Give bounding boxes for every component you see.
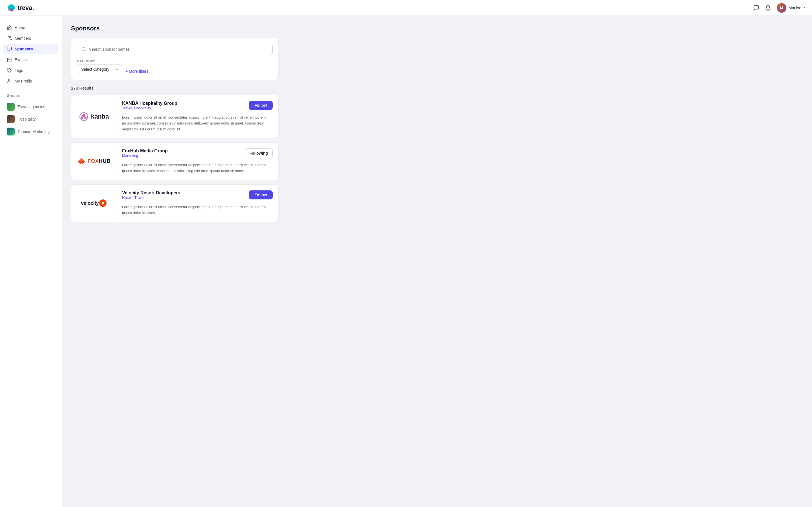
profile-icon (7, 78, 12, 83)
topnav: treva. M Marilyn ▾ (0, 0, 812, 16)
sponsor-name: KANBA Hospitality Group (122, 101, 177, 106)
foxhub-fox-icon (77, 157, 86, 166)
sidebar-item-sponsors[interactable]: Sponsors (3, 44, 58, 54)
sponsor-desc-foxhub: Lorem ipsum dolor sit amet, consectetur … (122, 162, 273, 174)
sponsor-tags: Marketing (122, 154, 168, 158)
groups-label: Groups (3, 92, 58, 100)
sponsor-tags: Travel, Hospitality (122, 106, 177, 110)
sidebar-item-tags[interactable]: Tags (3, 65, 58, 75)
sponsor-desc-velocity: Lorem ipsum dolor sit amet, consectetur … (122, 204, 273, 216)
chevron-down-icon: ▾ (804, 6, 805, 10)
page-title: Sponsors (71, 25, 278, 32)
sidebar-item-label: My Profile (15, 79, 32, 83)
user-area[interactable]: M Marilyn ▾ (777, 3, 805, 13)
sidebar-item-label: Home (15, 25, 25, 30)
tags-icon (7, 68, 12, 73)
sponsor-tags: Hotels, Travel (122, 195, 180, 200)
events-icon (7, 57, 12, 62)
sponsor-name: FoxHub Media Group (122, 149, 168, 154)
velocity-logo-text: velocity (81, 200, 99, 206)
sidebar-item-members[interactable]: Members (3, 33, 58, 43)
category-filter-col: CATEGORY Select Category ▾ (77, 59, 122, 74)
svg-point-0 (8, 36, 10, 38)
bell-icon[interactable] (765, 5, 771, 11)
foxhub-logo-text: FOXHUB (88, 158, 111, 164)
group-label: Travel agencies (17, 105, 45, 109)
sidebar-item-my-profile[interactable]: My Profile (3, 76, 58, 86)
members-icon (7, 36, 12, 41)
group-thumb-tourism-marketing (7, 128, 15, 135)
sidebar-item-hospitality[interactable]: Hospitality (3, 113, 58, 125)
message-icon[interactable] (753, 5, 759, 11)
svg-point-14 (82, 114, 85, 117)
main-content: Sponsors CATEGORY Select Category ▾ (62, 16, 288, 507)
svg-point-15 (84, 116, 87, 119)
sponsor-info-kanba: KANBA Hospitality Group Travel, Hospital… (116, 95, 278, 138)
sponsor-logo-velocity: velocity 9 (71, 185, 116, 222)
kanba-logo: kanba (79, 112, 109, 122)
velocity-badge: 9 (99, 200, 107, 207)
sponsor-info-velocity: Velocity Resort Developers Hotels, Trave… (116, 185, 278, 222)
sponsor-header-foxhub: FoxHub Media Group Marketing Following (122, 149, 273, 161)
svg-point-10 (82, 47, 85, 51)
category-label: CATEGORY (77, 59, 122, 63)
sidebar-item-travel-agencies[interactable]: Travel agencies (3, 101, 58, 113)
sidebar-item-label: Members (15, 36, 31, 41)
sidebar-item-events[interactable]: Events (3, 55, 58, 65)
velocity-logo: velocity 9 (81, 200, 107, 207)
foxhub-logo: FOXHUB (77, 157, 111, 166)
kanba-logo-text: kanba (91, 113, 109, 120)
sponsor-name-kanba: KANBA Hospitality Group Travel, Hospital… (122, 101, 177, 113)
sponsor-card-foxhub: FOXHUB FoxHub Media Group Marketing Foll… (71, 143, 278, 180)
sponsor-card-velocity: velocity 9 Velocity Resort Developers Ho… (71, 184, 278, 222)
sponsor-info-foxhub: FoxHub Media Group Marketing Following L… (116, 143, 278, 180)
sponsor-header-kanba: KANBA Hospitality Group Travel, Hospital… (122, 101, 273, 113)
topnav-right: M Marilyn ▾ (753, 3, 805, 13)
follow-button-velocity[interactable]: Follow (249, 190, 273, 200)
svg-line-11 (85, 50, 86, 51)
follow-button-kanba[interactable]: Follow (249, 101, 273, 110)
category-select[interactable]: Select Category ▾ (77, 64, 122, 74)
svg-rect-1 (7, 47, 11, 50)
search-icon (81, 47, 86, 52)
svg-marker-18 (78, 161, 80, 163)
sidebar-item-label: Events (15, 57, 27, 62)
group-thumb-hospitality (7, 115, 15, 123)
group-thumb-travel-agencies (7, 103, 15, 111)
sponsor-logo-foxhub: FOXHUB (71, 143, 116, 180)
logo-text: treva. (17, 4, 34, 11)
chevron-down-icon: ▾ (116, 67, 118, 71)
filter-row: CATEGORY Select Category ▾ + More filter… (77, 59, 273, 74)
svg-point-9 (8, 79, 10, 81)
sponsors-icon (7, 47, 12, 52)
sponsor-header-velocity: Velocity Resort Developers Hotels, Trave… (122, 190, 273, 203)
sidebar: Home Members Sponsors (0, 16, 62, 507)
sidebar-groups: Groups Travel agencies Hospitality Touri… (0, 92, 62, 138)
svg-marker-19 (83, 161, 85, 163)
svg-rect-4 (7, 58, 11, 62)
group-label: Hospitality (17, 117, 36, 121)
app-layout: Home Members Sponsors (0, 0, 812, 507)
sponsor-card-kanba: kanba KANBA Hospitality Group Travel, Ho… (71, 95, 278, 138)
sponsor-name: Velocity Resort Developers (122, 190, 180, 195)
filter-card: CATEGORY Select Category ▾ + More filter… (71, 38, 278, 80)
sidebar-item-label: Sponsors (15, 47, 33, 51)
home-icon (7, 25, 12, 30)
more-filters-button[interactable]: + More filters (125, 69, 148, 73)
sponsor-logo-kanba: kanba (71, 95, 116, 138)
sponsor-name-velocity: Velocity Resort Developers Hotels, Trave… (122, 190, 180, 203)
search-input[interactable] (89, 47, 268, 52)
user-name: Marilyn (789, 6, 801, 10)
category-select-value: Select Category (81, 67, 109, 71)
sidebar-item-home[interactable]: Home (3, 22, 58, 33)
sponsor-desc-kanba: Lorem ipsum dolor sit amet, consectetur … (122, 115, 273, 132)
sidebar-item-tourism-marketing[interactable]: Tourism Marketing (3, 125, 58, 138)
sidebar-item-label: Tags (15, 68, 23, 73)
search-bar[interactable] (77, 44, 273, 55)
svg-point-13 (81, 116, 84, 119)
group-label: Tourism Marketing (17, 129, 50, 134)
following-button-foxhub[interactable]: Following (245, 149, 273, 158)
avatar: M (777, 3, 786, 13)
sidebar-nav: Home Members Sponsors (0, 22, 62, 86)
logo[interactable]: treva. (7, 3, 34, 12)
